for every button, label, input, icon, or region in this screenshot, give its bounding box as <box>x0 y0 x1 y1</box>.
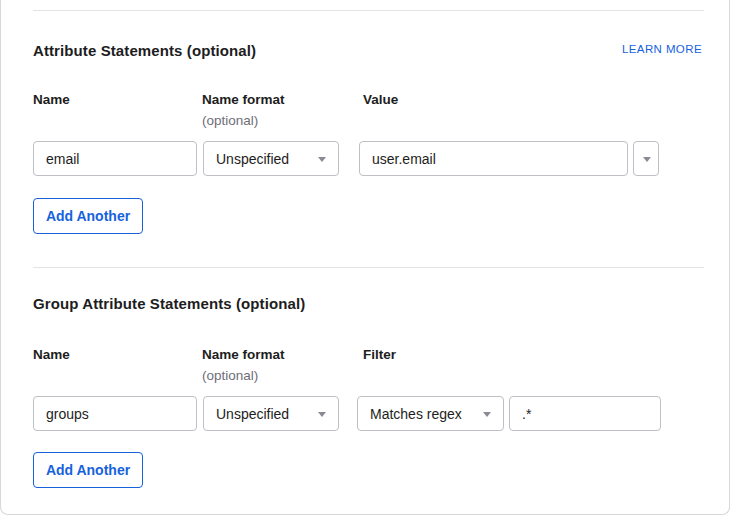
column-note-optional: (optional) <box>202 113 258 128</box>
chevron-down-icon <box>483 412 491 417</box>
column-header-name-format: Name format <box>202 347 285 362</box>
group-filter-type-selected-value: Matches regex <box>370 406 475 422</box>
column-header-name: Name <box>33 347 70 362</box>
group-attribute-name-input[interactable] <box>33 396 197 431</box>
add-another-attribute-button[interactable]: Add Another <box>33 198 143 234</box>
column-header-name: Name <box>33 92 70 107</box>
group-attribute-name-format-selected-value: Unspecified <box>216 406 310 422</box>
chevron-down-icon <box>643 157 651 162</box>
attribute-value-input[interactable] <box>359 141 628 176</box>
group-filter-value-input[interactable] <box>509 396 661 431</box>
chevron-down-icon <box>318 412 326 417</box>
attribute-name-format-selected-value: Unspecified <box>216 151 310 167</box>
attribute-name-format-select[interactable]: Unspecified <box>203 141 339 176</box>
section-divider <box>33 10 704 11</box>
chevron-down-icon <box>318 157 326 162</box>
group-filter-type-select[interactable]: Matches regex <box>357 396 504 431</box>
section-divider <box>33 267 704 268</box>
column-header-name-format: Name format <box>202 92 285 107</box>
add-another-group-attribute-button[interactable]: Add Another <box>33 452 143 488</box>
attribute-statements-title: Attribute Statements (optional) <box>33 42 256 59</box>
attribute-value-dropdown-button[interactable] <box>633 141 659 176</box>
column-note-optional: (optional) <box>202 368 258 383</box>
group-attribute-name-format-select[interactable]: Unspecified <box>203 396 339 431</box>
group-attribute-statements-title: Group Attribute Statements (optional) <box>33 295 305 312</box>
column-header-value: Value <box>363 92 398 107</box>
column-header-filter: Filter <box>363 347 396 362</box>
attribute-name-input[interactable] <box>33 141 197 176</box>
learn-more-link[interactable]: LEARN MORE <box>622 43 702 55</box>
saml-settings-panel: Attribute Statements (optional) LEARN MO… <box>0 0 730 515</box>
